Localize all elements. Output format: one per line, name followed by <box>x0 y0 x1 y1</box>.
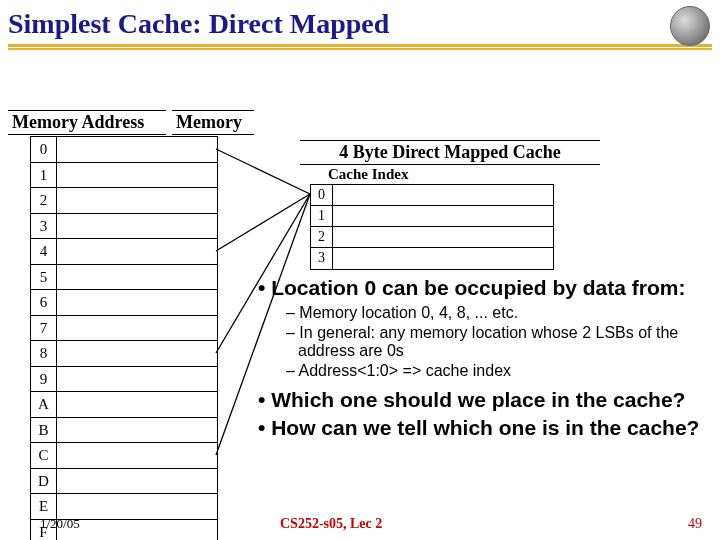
table-row: 0 <box>311 185 553 206</box>
table-row: 2 <box>311 227 553 248</box>
memory-address-header: Memory Address <box>8 110 166 135</box>
table-row: 2 <box>31 188 217 214</box>
bullet-level-2: – Memory location 0, 4, 8, ... etc. <box>298 304 708 322</box>
table-row: A <box>31 392 217 418</box>
svg-line-0 <box>216 149 310 194</box>
table-row: C <box>31 443 217 469</box>
bullet-level-1: • Location 0 can be occupied by data fro… <box>254 276 708 300</box>
bullet-level-1: • Which one should we place in the cache… <box>254 388 708 412</box>
footer-page-number: 49 <box>688 516 702 532</box>
cache-title: 4 Byte Direct Mapped Cache <box>300 140 600 165</box>
table-row: 5 <box>31 265 217 291</box>
table-row: 9 <box>31 367 217 393</box>
table-row: 8 <box>31 341 217 367</box>
table-row: 3 <box>31 214 217 240</box>
table-row: 6 <box>31 290 217 316</box>
bullet-list: • Location 0 can be occupied by data fro… <box>254 276 708 444</box>
footer-center: CS252-s05, Lec 2 <box>280 516 382 532</box>
table-row: 1 <box>31 163 217 189</box>
institution-logo <box>670 6 710 46</box>
bullet-level-2: – In general: any memory location whose … <box>298 324 708 360</box>
footer-date: 1/20/05 <box>40 516 80 532</box>
table-row: D <box>31 469 217 495</box>
memory-header: Memory <box>172 110 254 135</box>
bullet-level-2: – Address<1:0> => cache index <box>298 362 708 380</box>
table-row: B <box>31 418 217 444</box>
table-row: 0 <box>31 137 217 163</box>
svg-line-1 <box>216 194 310 251</box>
table-row: 7 <box>31 316 217 342</box>
bullet-level-1: • How can we tell which one is in the ca… <box>254 416 708 440</box>
cache-index-label: Cache Index <box>328 166 408 183</box>
title-underline <box>8 44 712 50</box>
cache-table: 0 1 2 3 <box>310 184 554 270</box>
table-row: 3 <box>311 248 553 269</box>
slide-title: Simplest Cache: Direct Mapped <box>0 0 720 44</box>
memory-table: 0 1 2 3 4 5 6 7 8 9 A B C D E F <box>30 136 218 540</box>
table-row: 1 <box>311 206 553 227</box>
table-row: 4 <box>31 239 217 265</box>
